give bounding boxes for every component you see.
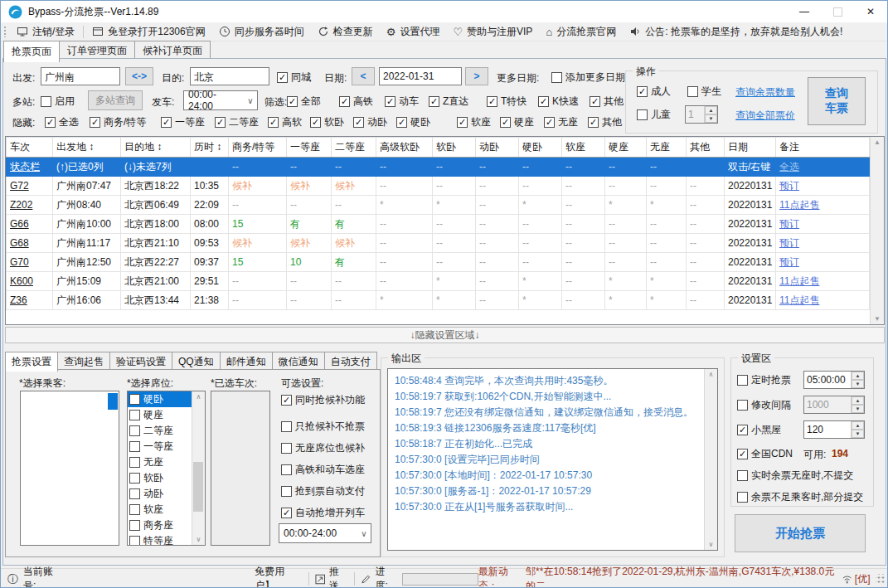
book-link[interactable]: 预订 xyxy=(779,256,799,268)
col-duration[interactable]: 历时 ↕ xyxy=(191,138,229,158)
hide-checkbox-2[interactable]: 一等座 xyxy=(161,115,205,129)
table-row[interactable]: Z202 广州08:40 北京西06:49 22:09 -- -- -- * *… xyxy=(7,196,870,215)
start-grab-button[interactable]: 开始抢票 xyxy=(735,514,866,552)
col-soft-seat[interactable]: 软座 xyxy=(562,138,605,158)
book-link[interactable]: 预订 xyxy=(779,218,799,230)
spin-up-icon[interactable]: ▲ xyxy=(852,421,864,430)
spin-down-icon[interactable]: ▼ xyxy=(852,380,864,388)
spin-down-icon[interactable]: ▼ xyxy=(852,430,864,438)
filter-checkbox-kuaisu[interactable]: K快速 xyxy=(538,95,579,109)
col-emu-sleeper[interactable]: 动卧 xyxy=(476,138,519,158)
date-input[interactable]: 2022-01-31 xyxy=(379,67,462,85)
close-button[interactable]: ✕ xyxy=(854,1,887,22)
hide-checkbox-3[interactable]: 二等座 xyxy=(215,115,259,129)
child-count-spinner[interactable]: 1▲▼ xyxy=(685,105,718,124)
train-link[interactable]: G66 xyxy=(10,218,29,230)
col-soft-sleeper[interactable]: 软卧 xyxy=(433,138,476,158)
col-hard-sleeper[interactable]: 硬卧 xyxy=(519,138,562,158)
table-row[interactable]: G66 广州南10:00 北京西18:00 08:00 15 有 有 -- --… xyxy=(7,215,870,234)
interval-spinner[interactable]: 1000▲▼ xyxy=(803,396,865,414)
scroll-up-icon[interactable]: ▲ xyxy=(874,138,881,146)
hide-checkbox-9[interactable]: 硬座 xyxy=(500,115,534,129)
depart-time-select[interactable]: 00:00-24:00∨ xyxy=(183,90,258,110)
table-row[interactable]: G70 广州南12:50 北京西22:27 09:37 15 10 有 -- -… xyxy=(7,253,870,272)
open-12306-button[interactable]: 免登录打开12306官网 xyxy=(85,22,211,41)
timed-buy-spinner[interactable]: 05:00:00▲▼ xyxy=(803,371,865,389)
dest-input[interactable]: 北京 xyxy=(190,67,269,85)
scroll-down-icon[interactable]: ▼ xyxy=(874,315,881,323)
blackroom-spinner[interactable]: 120▲▼ xyxy=(803,420,865,439)
depart-input[interactable]: 广州南 xyxy=(41,67,120,85)
enable-multi-checkbox[interactable]: 启用 xyxy=(41,95,75,109)
spin-up-icon[interactable]: ▲ xyxy=(852,372,864,380)
maximize-button[interactable] xyxy=(821,1,854,22)
hide-checkbox-4[interactable]: 高软 xyxy=(268,115,302,129)
tab-ticket-page[interactable]: 抢票页面 xyxy=(3,41,60,62)
hide-checkbox-10[interactable]: 无座 xyxy=(544,115,578,129)
train-link[interactable]: G68 xyxy=(10,237,29,249)
option-checkbox-3[interactable]: 高铁和动车选座 xyxy=(281,463,365,477)
multi-station-query-button[interactable]: 多站查询 xyxy=(88,90,143,110)
hide-checkbox-1[interactable]: 商务/特等 xyxy=(90,115,146,129)
table-row[interactable]: G68 广州南11:17 北京西21:10 09:53 候补 候补 候补 -- … xyxy=(7,234,870,253)
col-remark[interactable]: 备注 xyxy=(776,138,870,158)
filter-checkbox-other[interactable]: 其他 xyxy=(590,95,624,109)
option-checkbox-4[interactable]: 抢到票自动支付 xyxy=(281,484,365,498)
filter-checkbox-dongche[interactable]: 动车 xyxy=(385,95,419,109)
cdn-checkbox[interactable]: 全国CDN xyxy=(737,447,793,461)
blackroom-checkbox[interactable]: 小黑屋 xyxy=(737,423,781,437)
official-site-button[interactable]: ⌂ 分流抢票官网 xyxy=(539,22,623,41)
hide-checkbox-7[interactable]: 硬卧 xyxy=(396,115,430,129)
status-row-link[interactable]: 状态栏 xyxy=(10,161,40,173)
table-row-status[interactable]: 状态栏 (↑)已选0列 (↓)未选7列 -- -- -- -- -- -- --… xyxy=(7,158,870,177)
set-proxy-button[interactable]: ⚙ 设置代理 xyxy=(380,22,447,41)
sync-server-time-button[interactable]: 同步服务器时间 xyxy=(212,22,311,41)
scroll-up-icon[interactable]: ∧ xyxy=(709,371,714,378)
table-row[interactable]: G72 广州南07:47 北京西18:22 10:35 候补 候补 候补 -- … xyxy=(7,177,870,196)
option-checkbox-0[interactable]: 同时抢候补功能 xyxy=(281,393,365,407)
hide-checkbox-5[interactable]: 软卧 xyxy=(310,115,344,129)
query-remaining-link[interactable]: 查询余票数量 xyxy=(735,85,795,100)
same-city-checkbox[interactable]: 同城 xyxy=(277,70,311,85)
no-seat-no-submit-checkbox[interactable]: 实时余票无座时,不提交 xyxy=(737,469,853,483)
train-link[interactable]: Z202 xyxy=(10,199,32,211)
child-checkbox[interactable]: 儿童 xyxy=(637,108,671,122)
interval-checkbox[interactable]: 修改间隔 xyxy=(737,398,791,412)
push-label[interactable]: 推送 xyxy=(329,565,348,588)
hide-checkbox-6[interactable]: 动卧 xyxy=(353,115,387,129)
col-from[interactable]: 出发地 ↕ xyxy=(53,138,121,158)
resize-grip[interactable] xyxy=(876,574,885,584)
table-scrollbar[interactable]: ▲▼ xyxy=(870,137,884,324)
check-update-button[interactable]: 检查更新 xyxy=(311,22,380,41)
seat-listbox[interactable]: 硬卧 硬座 二等座 一等座 无座 软卧 动卧 软座 商务座 特等座 ∧∨ xyxy=(127,391,206,546)
col-to[interactable]: 目的地 ↕ xyxy=(121,138,191,158)
spinner-arrows[interactable]: ▲▼ xyxy=(851,421,864,438)
hide-settings-divider[interactable]: ↓隐藏设置区域↓ xyxy=(5,327,885,343)
spin-down-icon[interactable]: ▼ xyxy=(852,405,864,413)
col-other[interactable]: 其他 xyxy=(687,138,725,158)
minimize-button[interactable]: — xyxy=(788,1,821,22)
hide-checkbox-11[interactable]: 其他 xyxy=(588,115,622,129)
add-more-dates-checkbox[interactable]: 添加更多日期 xyxy=(551,70,625,85)
train-link[interactable]: G72 xyxy=(10,180,29,192)
scroll-down-icon[interactable]: ∨ xyxy=(197,536,201,543)
filter-checkbox-tekuai[interactable]: T特快 xyxy=(487,95,526,109)
hide-checkbox-0[interactable]: 全选 xyxy=(45,115,79,129)
table-row[interactable]: K600 广州15:09 北京西21:00 29:51 -- -- -- -- … xyxy=(7,272,870,291)
prev-date-button[interactable]: < xyxy=(352,67,375,85)
filter-checkbox-all[interactable]: 全部 xyxy=(287,95,321,109)
query-tickets-button[interactable]: 查询 车票 xyxy=(808,77,866,125)
passenger-scroll-thumb[interactable] xyxy=(108,393,118,410)
tab-grab-settings[interactable]: 抢票设置 xyxy=(5,352,58,372)
partial-submit-checkbox[interactable]: 余票不足乘客时,部分提交 xyxy=(737,490,863,504)
passenger-listbox[interactable] xyxy=(20,391,119,546)
train-link[interactable]: Z36 xyxy=(10,294,27,306)
hide-checkbox-8[interactable]: 软座 xyxy=(457,115,491,129)
toolbar-grip[interactable] xyxy=(3,26,7,37)
option-checkbox-2[interactable]: 无座席位也候补 xyxy=(281,441,365,455)
col-date[interactable]: 日期 xyxy=(725,138,776,158)
spinner-arrows[interactable]: ▲▼ xyxy=(704,106,717,123)
filter-checkbox-zhida[interactable]: Z直达 xyxy=(429,95,468,109)
log-scrollbar[interactable]: ∧∨ xyxy=(704,369,717,550)
select-all-link[interactable]: 全选 xyxy=(779,161,799,173)
